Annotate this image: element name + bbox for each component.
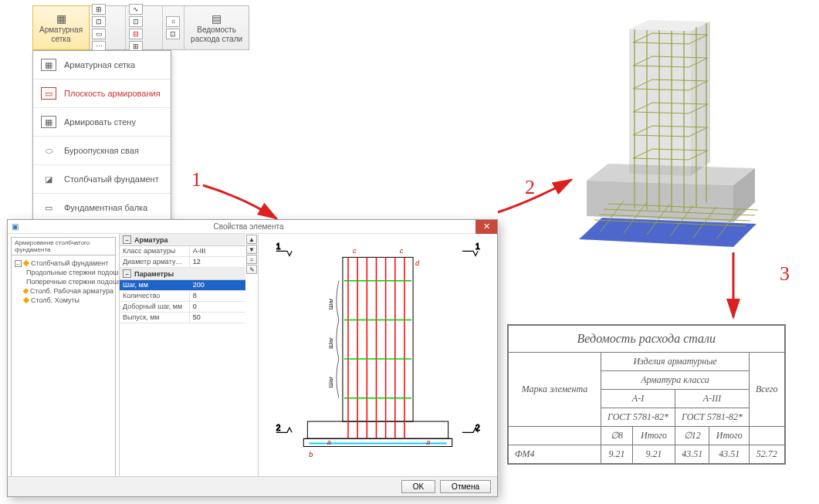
dd-label: Буроопускная свая bbox=[64, 146, 139, 155]
prop-value[interactable]: 8 bbox=[189, 291, 245, 301]
svg-text:2: 2 bbox=[276, 424, 281, 432]
svg-text:Шаг: Шаг bbox=[327, 337, 334, 349]
mini-icon[interactable]: ▭ bbox=[92, 29, 106, 39]
prop-key: Класс арматуры bbox=[120, 246, 189, 256]
steel-d1: ∅8 bbox=[601, 427, 633, 445]
steel-total-header: Всего bbox=[750, 353, 785, 427]
tree-child-label: Столб. Рабочая арматура bbox=[30, 287, 113, 295]
schedule-icon: ▤ bbox=[208, 12, 225, 25]
ribbon-mesh-label: Арматурная сетка bbox=[39, 25, 83, 44]
ribbon-mesh-button[interactable]: ▦ Арматурная сетка bbox=[32, 5, 90, 50]
steel-row-mark: ФМ4 bbox=[509, 445, 601, 464]
steel-gost1: ГОСТ 5781-82* bbox=[601, 408, 675, 427]
tree-tab[interactable]: Армирование столбчатого фундамента bbox=[11, 237, 116, 255]
dd-item-plane[interactable]: ▭ Плоскость армирования bbox=[33, 79, 171, 108]
tree-root-label: Столбчатый фундамент bbox=[31, 259, 108, 267]
steel-v4: 43.51 bbox=[709, 445, 750, 464]
ribbon-schedule-button[interactable]: ▤ Ведомость расхода стали bbox=[184, 6, 249, 49]
mesh-icon: ▦ bbox=[52, 12, 69, 25]
svg-marker-27 bbox=[587, 181, 733, 222]
model-3d bbox=[556, 8, 780, 255]
tree-child-label: Поперечные стержни подошвы bbox=[26, 278, 120, 286]
prop-value[interactable]: 0 bbox=[189, 302, 245, 312]
steel-a1-header: A-I bbox=[601, 390, 675, 408]
tree-child[interactable]: Поперечные стержни подошвы bbox=[13, 277, 113, 286]
svg-text:1: 1 bbox=[475, 242, 480, 251]
dd-item-beam[interactable]: ▭ Фундаментная балка bbox=[33, 194, 171, 222]
node-icon bbox=[22, 280, 25, 283]
close-button[interactable]: ✕ bbox=[475, 220, 497, 234]
annotation-3: 3 bbox=[780, 262, 790, 286]
steel-d3-itogo: Итого bbox=[709, 427, 750, 445]
svg-text:a: a bbox=[327, 438, 331, 446]
dd-item-wall[interactable]: ▦ Армировать стену bbox=[33, 108, 171, 137]
prop-row[interactable]: Диаметр арматуры, мм12 bbox=[120, 257, 245, 268]
prop-row[interactable]: Выпуск, мм50 bbox=[120, 313, 245, 323]
dd-label: Армировать стену bbox=[64, 117, 136, 127]
node-icon bbox=[23, 297, 29, 303]
dd-item-pile[interactable]: ⬭ Буроопускная свая bbox=[33, 137, 171, 165]
mini-icon[interactable]: ⊞ bbox=[92, 4, 106, 15]
column-foundation-icon: ◪ bbox=[41, 173, 56, 185]
svg-text:Шаг: Шаг bbox=[327, 298, 334, 310]
element-properties-dialog: ▣ Свойства элемента ✕ Армирование столбч… bbox=[7, 219, 498, 497]
tree-child[interactable]: Столб. Хомуты bbox=[13, 296, 113, 305]
property-grid: Арматура Класс арматурыA-III Диаметр арм… bbox=[120, 234, 245, 323]
property-pane: Арматура Класс арматурыA-III Диаметр арм… bbox=[120, 234, 259, 476]
prop-group-header[interactable]: Параметры bbox=[120, 268, 245, 280]
tree-child[interactable]: Продольные стержни подошвы bbox=[13, 268, 113, 277]
prop-group-header[interactable]: Арматура bbox=[120, 234, 245, 246]
svg-text:1: 1 bbox=[276, 242, 281, 251]
tree-root[interactable]: – Столбчатый фундамент bbox=[13, 259, 113, 268]
steel-schedule: Ведомость расхода стали Марка элемента И… bbox=[507, 324, 786, 465]
collapse-icon[interactable]: – bbox=[15, 260, 22, 267]
tree-child-label: Столб. Хомуты bbox=[31, 296, 80, 304]
cancel-button[interactable]: Отмена bbox=[440, 480, 491, 493]
node-icon bbox=[22, 271, 25, 274]
prop-row[interactable]: Количество8 bbox=[120, 291, 245, 302]
svg-text:c: c bbox=[400, 247, 404, 255]
prop-row[interactable]: Шаг, мм200 bbox=[120, 280, 245, 291]
prop-side-buttons: ▲ ▼ = ✎ bbox=[245, 234, 258, 323]
mini-icon[interactable]: ⊡ bbox=[92, 16, 106, 27]
prop-key: Доборный шаг, мм bbox=[120, 302, 189, 312]
prop-side-button[interactable]: ▲ bbox=[246, 235, 257, 244]
dialog-icon: ▣ bbox=[8, 222, 22, 231]
steel-a3-header: A-III bbox=[675, 390, 750, 408]
steel-class-header: Арматура класса bbox=[601, 371, 750, 390]
prop-value[interactable]: 50 bbox=[189, 313, 245, 323]
ok-button[interactable]: OK bbox=[401, 480, 435, 493]
mini-icon[interactable]: ⌗ bbox=[166, 16, 180, 27]
prop-side-button[interactable]: = bbox=[246, 255, 257, 264]
steel-title: Ведомость расхода стали bbox=[509, 326, 785, 353]
prop-side-button[interactable]: ▼ bbox=[246, 245, 257, 254]
steel-gost3: ГОСТ 5781-82* bbox=[675, 408, 750, 427]
dd-label: Плоскость армирования bbox=[64, 89, 161, 98]
svg-text:c: c bbox=[353, 247, 357, 255]
prop-value[interactable]: 12 bbox=[189, 257, 245, 267]
ribbon-schedule-label: Ведомость расхода стали bbox=[191, 25, 242, 44]
steel-v2: 9.21 bbox=[632, 445, 675, 464]
ribbon-group: ▦ Арматурная сетка ⊞ ⊡ ▭ ⋯ ∿ ⊡ ⊟ ⊞ ⌗ ⊡ ▤… bbox=[32, 5, 249, 50]
mini-icon[interactable]: ⊟ bbox=[129, 29, 143, 39]
ribbon-mini-icons-3: ⌗ ⊡ bbox=[163, 6, 184, 49]
prop-value[interactable]: A-III bbox=[189, 246, 245, 256]
svg-marker-41 bbox=[691, 22, 710, 176]
preview-drawing: 1 1 2 2 bbox=[259, 234, 497, 476]
tree: – Столбчатый фундамент Продольные стержн… bbox=[11, 255, 116, 476]
prop-side-button[interactable]: ✎ bbox=[246, 265, 257, 274]
mini-icon[interactable]: ⊡ bbox=[129, 16, 143, 27]
steel-mark-header: Марка элемента bbox=[509, 353, 601, 427]
prop-key: Диаметр арматуры, мм bbox=[120, 257, 189, 267]
prop-row[interactable]: Доборный шаг, мм0 bbox=[120, 302, 245, 313]
prop-row[interactable]: Класс арматурыA-III bbox=[120, 246, 245, 257]
tree-child-label: Продольные стержни подошвы bbox=[26, 269, 120, 276]
mini-icon[interactable]: ∿ bbox=[129, 4, 143, 15]
pile-icon: ⬭ bbox=[41, 144, 56, 157]
mini-icon[interactable]: ⊡ bbox=[166, 29, 180, 39]
tree-child[interactable]: Столб. Рабочая арматура bbox=[13, 286, 113, 296]
dd-item-mesh[interactable]: ▦ Арматурная сетка bbox=[33, 51, 171, 79]
dd-item-column-foundation[interactable]: ◪ Столбчатый фундамент bbox=[33, 165, 171, 194]
ribbon-mini-icons-2: ∿ ⊡ ⊟ ⊞ bbox=[126, 6, 163, 49]
prop-value[interactable]: 200 bbox=[189, 280, 245, 290]
